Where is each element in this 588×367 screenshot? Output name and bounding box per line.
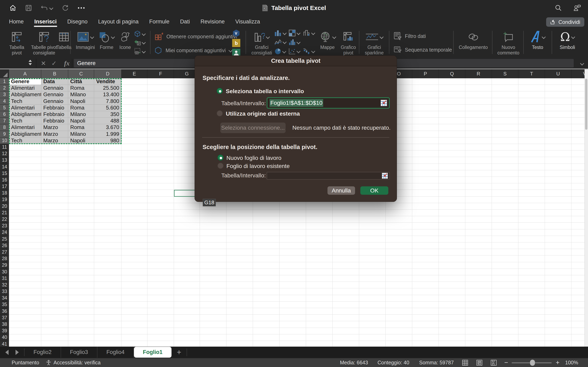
cell[interactable]: Città [68,78,94,85]
row-header-12[interactable]: 12 [0,150,9,157]
row-header-20[interactable]: 20 [0,203,9,210]
ribbon-tab-home[interactable]: Home [4,16,29,27]
cell[interactable]: Gennaio [41,85,68,91]
vertical-scrollbar-thumb[interactable] [585,79,587,130]
prev-sheet-icon[interactable] [5,350,9,355]
ribbon-tab-disegno[interactable]: Disegno [62,16,93,27]
row-header-14[interactable]: 14 [0,164,9,170]
cell[interactable]: 350 [94,111,121,118]
cell[interactable]: Milano [68,131,94,137]
range-input[interactable]: Foglio1!$A$1:$D$10 [267,97,390,109]
visio-addin-icon[interactable]: V [232,29,240,37]
row-header-17[interactable]: 17 [0,183,9,190]
name-box[interactable] [0,58,35,68]
cell[interactable]: 25.500 [94,85,121,91]
row-header-10[interactable]: 10 [0,137,9,144]
row-header-11[interactable]: 11 [0,144,9,150]
cell[interactable]: Alimentari [9,85,41,91]
zoom-slider-thumb[interactable] [530,360,535,366]
pie-chart-button[interactable] [274,48,286,55]
add-sheet-button[interactable]: + [172,348,187,357]
row-header-1[interactable]: 1 [0,78,9,85]
symbols-button[interactable]: Ω Simboli [555,29,579,50]
redo-icon[interactable] [62,4,69,11]
page-layout-view-icon[interactable] [476,358,483,367]
normal-view-icon[interactable] [462,358,468,367]
row-header-8[interactable]: 8 [0,124,9,131]
cell[interactable]: Roma [68,105,94,111]
histogram-chart-button[interactable] [289,39,300,45]
row-header-30[interactable]: 30 [0,268,9,275]
cell[interactable]: Febbraio [41,118,68,124]
row-header-35[interactable]: 35 [0,301,9,308]
cell[interactable]: Tech [9,137,41,144]
maps-button[interactable]: Mappe [318,29,337,50]
sheet-tab-foglio2[interactable]: Foglio2 [25,347,61,358]
cell[interactable]: Febbraio [41,111,68,118]
cell[interactable]: Gennaio [41,98,68,105]
line-chart-button[interactable] [274,39,286,45]
row-header-5[interactable]: 5 [0,105,9,111]
cell[interactable]: 7.800 [94,98,121,105]
col-header-F[interactable]: F [147,69,174,78]
ribbon-tab-dati[interactable]: Dati [175,16,195,27]
page-break-view-icon[interactable] [491,358,497,367]
ok-button[interactable]: OK [360,186,388,195]
3d-models-button[interactable] [134,30,145,37]
row-header-26[interactable]: 26 [0,242,9,249]
cell[interactable]: Marzo [41,124,68,131]
row-header-38[interactable]: 38 [0,321,9,328]
ribbon-tab-layout-di-pagina[interactable]: Layout di pagina [93,16,144,27]
row-header-24[interactable]: 24 [0,229,9,236]
row-header-19[interactable]: 19 [0,196,9,203]
pivot-table-button[interactable]: Tabella pivot [5,29,29,56]
cell[interactable]: 3.670 [94,124,121,131]
accessibility-status[interactable]: Accessibilità: verifica [46,358,101,367]
cell[interactable]: Abbigliamento [9,111,41,118]
confirm-entry-icon[interactable]: ✓ [52,58,57,68]
range-picker-icon-2[interactable] [381,173,388,179]
hierarchy-chart-button[interactable] [303,30,315,36]
zoom-level[interactable]: 100% [565,358,578,367]
quad-chart-button[interactable] [289,30,300,36]
ribbon-tab-visualizza[interactable]: Visualizza [230,16,265,27]
slicer-button[interactable]: Filtro dati [394,32,426,40]
row-header-23[interactable]: 23 [0,223,9,229]
radio-new-worksheet[interactable] [217,155,224,161]
cell[interactable]: Gennaio [41,91,68,98]
images-button[interactable]: Immagini [74,29,97,50]
cell[interactable]: Febbraio [41,105,68,111]
row-header-21[interactable]: 21 [0,210,9,216]
cancel-entry-icon[interactable]: ✕ [41,58,46,68]
col-header-P[interactable]: P [412,69,439,78]
new-comment-button[interactable]: Nuovo commento [496,29,521,56]
cell[interactable]: Marzo [41,131,68,137]
col-header-R[interactable]: R [465,69,492,78]
recommended-pivot-button[interactable]: Tabelle pivot consigliate [29,29,59,56]
cell[interactable]: Milano [68,91,94,98]
next-sheet-icon[interactable] [16,350,19,355]
row-header-31[interactable]: 31 [0,275,9,282]
row-header-4[interactable]: 4 [0,98,9,105]
cell[interactable]: Alimentari [9,124,41,131]
get-addins-button[interactable]: Ottenere componenti aggiuntivi [154,32,237,41]
cell[interactable]: 13.400 [94,91,121,98]
vertical-scrollbar[interactable] [585,69,588,347]
cancel-button[interactable]: Annulla [328,186,355,195]
undo-icon[interactable] [41,5,53,11]
select-all-corner[interactable] [0,69,9,78]
cell[interactable]: Genere [9,78,41,85]
pivot-chart-button[interactable]: Grafico pivot [338,29,358,56]
col-header-B[interactable]: B [41,69,68,78]
cell[interactable]: 5.600 [94,105,121,111]
col-header-Q[interactable]: Q [439,69,465,78]
cell[interactable]: 1.999 [94,131,121,137]
dialog-title[interactable]: Crea tabella pivot [195,56,397,66]
cell[interactable]: 488 [94,118,121,124]
row-header-29[interactable]: 29 [0,262,9,268]
sheet-tab-foglio3[interactable]: Foglio3 [61,347,98,358]
share-button[interactable]: Condividi [546,17,584,27]
search-icon[interactable] [555,4,562,11]
row-header-18[interactable]: 18 [0,190,9,196]
text-button[interactable]: Testo [527,29,548,50]
